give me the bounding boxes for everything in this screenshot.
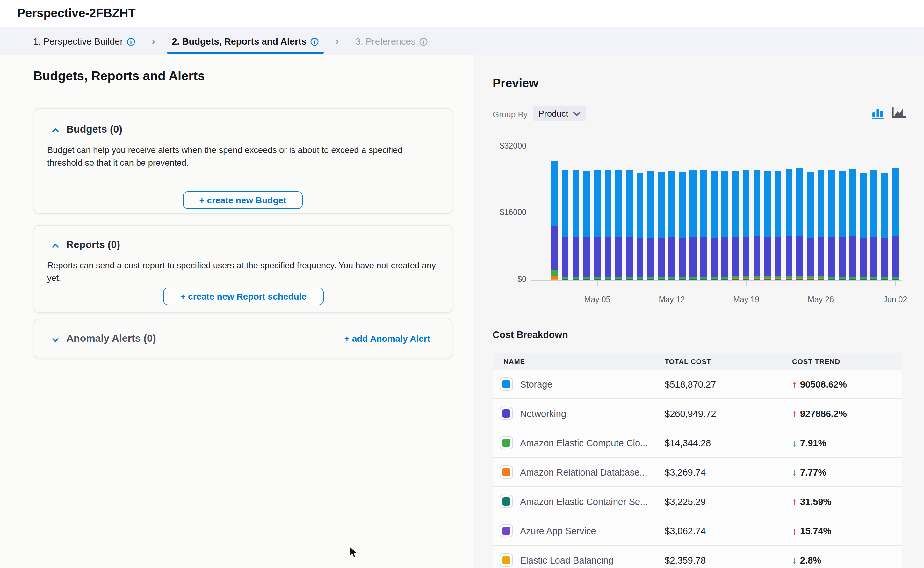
row-total-cost: $3,269.74 [665, 467, 792, 477]
chart-bar-may-26[interactable] [818, 170, 824, 280]
bar-segment [700, 237, 707, 276]
chart-bar-may-05[interactable] [594, 169, 601, 280]
chart-bar-jun-01[interactable] [881, 174, 888, 280]
bar-segment [754, 236, 760, 276]
bar-segment [605, 237, 612, 276]
series-color-swatch [500, 407, 513, 420]
chart-bar-may-25[interactable] [807, 172, 814, 280]
chart-bar-may-11[interactable] [658, 172, 665, 280]
create-report-schedule-button[interactable]: + create new Report schedule [163, 287, 324, 305]
trend-down-arrow-icon: ↓ [792, 437, 797, 448]
chart-bar-may-18[interactable] [732, 171, 739, 280]
chart-bar-may-13[interactable] [679, 172, 686, 280]
tab-perspective-builder[interactable]: 1. Perspective Builder [26, 27, 143, 55]
chart-bar-may-21[interactable] [764, 172, 771, 280]
chart-bar-may-22[interactable] [775, 171, 782, 280]
trend-value: 90508.62% [800, 379, 847, 389]
table-row[interactable]: Amazon Relational Database...$3,269.74↓7… [493, 458, 902, 487]
row-name-cell: Azure App Service [493, 524, 665, 538]
chart-bar-may-06[interactable] [605, 171, 612, 280]
y-axis-label-32000: $32000 [489, 142, 526, 150]
series-color-swatch [500, 436, 513, 449]
chart-bar-may-29[interactable] [849, 169, 856, 280]
chart-bar-may-04[interactable] [583, 171, 590, 280]
create-budget-button[interactable]: + create new Budget [183, 191, 303, 209]
table-row[interactable]: Networking$260,949.72↑927886.2% [493, 399, 902, 428]
chart-bar-may-08[interactable] [626, 170, 633, 280]
table-row[interactable]: Amazon Elastic Container Se...$3,225.29↑… [493, 487, 902, 517]
row-name: Amazon Relational Database... [520, 467, 647, 477]
table-row[interactable]: Elastic Load Balancing$2,359.78↓2.8% [493, 546, 902, 568]
color-square-icon [502, 527, 510, 535]
bar-segment [594, 169, 601, 237]
chart-bar-may-23[interactable] [785, 169, 792, 280]
info-icon [311, 37, 319, 45]
bar-segment [796, 279, 803, 280]
table-row[interactable]: Storage$518,870.27↑90508.62% [493, 370, 902, 399]
chart-bar-may-09[interactable] [637, 172, 643, 280]
bar-segment [807, 279, 814, 280]
chart-bar-may-27[interactable] [828, 170, 835, 280]
bar-segment [849, 236, 856, 276]
chart-bar-may-03[interactable] [573, 170, 579, 280]
chevron-up-icon[interactable] [51, 241, 59, 249]
budgets-title[interactable]: Budgets (0) [66, 124, 122, 135]
chart-bar-may-10[interactable] [647, 171, 654, 280]
bar-chart-icon[interactable] [872, 107, 885, 119]
anomaly-alerts-title[interactable]: Anomaly Alerts (0) [66, 333, 156, 344]
chart-bar-may-28[interactable] [839, 171, 845, 280]
bar-segment [828, 279, 835, 280]
bar-segment [775, 237, 782, 276]
tab-budgets-reports-and-alerts[interactable]: 2. Budgets, Reports and Alerts [164, 27, 326, 55]
group-by-dropdown[interactable]: Product [533, 106, 586, 121]
chart-bar-may-07[interactable] [615, 169, 622, 280]
bar-segment [647, 279, 654, 280]
x-axis-tick [821, 281, 822, 286]
chart-bar-may-31[interactable] [871, 170, 877, 280]
bar-segment [552, 279, 558, 280]
bar-segment [892, 279, 898, 280]
chevron-down-icon[interactable] [51, 335, 59, 342]
table-header-row: NAMETOTAL COSTCOST TREND [493, 352, 902, 370]
row-name-cell: Storage [493, 378, 665, 391]
x-axis-tick [746, 281, 747, 286]
chart-bar-may-17[interactable] [722, 171, 728, 280]
chart-bar-may-01[interactable] [552, 161, 558, 280]
chart-bar-may-20[interactable] [754, 169, 760, 280]
chart-bar-may-30[interactable] [860, 173, 867, 280]
bar-segment [562, 237, 569, 276]
chart-bar-may-02[interactable] [562, 171, 569, 280]
chart-bar-may-16[interactable] [711, 171, 718, 280]
table-row[interactable]: Amazon Elastic Compute Clo...$14,344.28↓… [493, 428, 902, 458]
chart-bar-jun-02[interactable] [892, 168, 898, 280]
bar-segment [562, 171, 569, 237]
bar-segment [668, 279, 675, 280]
bar-segment [754, 279, 760, 280]
chart-bar-may-15[interactable] [700, 170, 707, 280]
chart-bar-may-14[interactable] [690, 171, 696, 280]
bar-segment [785, 236, 792, 276]
area-chart-icon[interactable] [891, 107, 905, 119]
bar-segment [626, 279, 633, 280]
cost-breakdown-heading: Cost Breakdown [493, 329, 568, 340]
chevron-up-icon[interactable] [51, 125, 59, 133]
trend-value: 31.59% [800, 496, 831, 506]
table-row[interactable]: Azure App Service$3,062.74↑15.74% [493, 517, 902, 546]
bar-segment [700, 279, 707, 280]
add-anomaly-alert-link[interactable]: + add Anomaly Alert [344, 334, 430, 344]
wizard-tab-bar: 1. Perspective Builder›2. Budgets, Repor… [0, 27, 924, 55]
x-axis-label: May 12 [649, 295, 694, 304]
bar-segment [679, 238, 686, 276]
bar-segment [796, 168, 803, 236]
perspective-page: Perspective-2FBZHT 1. Perspective Builde… [0, 0, 924, 568]
chart-bar-may-24[interactable] [796, 168, 803, 280]
reports-title[interactable]: Reports (0) [66, 239, 120, 251]
chart-bar-may-19[interactable] [743, 170, 750, 280]
bar-segment [743, 170, 750, 236]
x-axis-label: May 26 [799, 295, 843, 304]
tab-preferences[interactable]: 3. Preferences [348, 27, 436, 55]
bar-segment [637, 172, 643, 238]
bar-segment [849, 279, 856, 280]
chart-bar-may-12[interactable] [668, 171, 675, 280]
row-total-cost: $2,359.78 [665, 555, 792, 565]
